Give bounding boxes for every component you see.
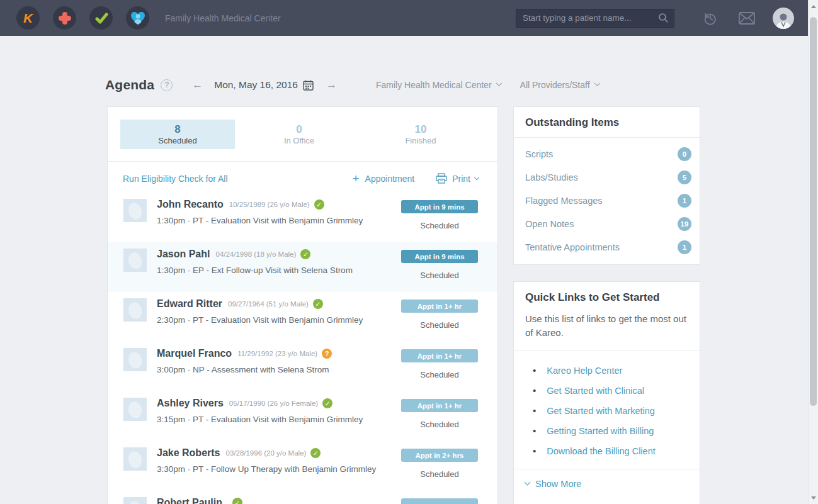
appointment-timer-button[interactable]: Appt in 1+ hr — [401, 300, 478, 313]
scrollbar-thumb[interactable] — [810, 17, 817, 406]
count-badge: 1 — [678, 194, 691, 208]
help-icon[interactable]: ? — [161, 79, 173, 91]
stat-label: Scheduled — [158, 136, 196, 145]
printer-icon — [436, 173, 447, 184]
appointment-details: 1:30pm · EP - Ext Follow-up Visit with S… — [157, 266, 353, 275]
appointment-row[interactable]: Robert Paulin — [108, 491, 497, 504]
appointment-list: John Recanto 10/25/1989 (26 y/o Male) 1:… — [108, 193, 497, 504]
appointment-status: Scheduled — [401, 271, 478, 280]
patient-name[interactable]: Marquel Franco — [157, 348, 232, 359]
patient-search[interactable] — [516, 9, 674, 28]
patient-avatar — [123, 497, 147, 504]
bullet-icon: • — [533, 425, 536, 436]
recent-history-icon[interactable] — [702, 10, 719, 26]
agenda-actions: Run Eligibility Check for All + Appointm… — [108, 162, 497, 193]
appointment-row[interactable]: Jake Roberts 03/28/1996 (20 y/o Male) 3:… — [108, 441, 497, 491]
next-day-arrow[interactable]: → — [326, 79, 337, 91]
stat-label: In Office — [284, 136, 314, 145]
insurance-status-icon — [322, 349, 332, 359]
chevron-down-icon — [594, 80, 600, 86]
patient-avatar — [123, 398, 147, 421]
add-appointment-button[interactable]: + Appointment — [352, 172, 414, 184]
outstanding-item[interactable]: Open Notes 19 — [514, 212, 700, 235]
appointment-timer-button[interactable] — [401, 498, 478, 504]
patient-dob: 04/24/1998 (18 y/o Male) — [215, 250, 296, 258]
quick-link-item[interactable]: • Getting Started with Billing — [514, 421, 700, 441]
outstanding-item[interactable]: Tentative Appointments 1 — [514, 235, 700, 259]
patient-dob: 05/17/1990 (26 y/o Female) — [229, 400, 318, 407]
appointment-timer-button[interactable]: Appt in 1+ hr — [401, 399, 478, 412]
patient-heart-icon[interactable] — [126, 6, 149, 30]
billing-check-icon[interactable] — [89, 6, 113, 30]
patient-dob: 09/27/1964 (51 y/o Male) — [228, 300, 309, 308]
stat-tab[interactable]: 10 Finished — [363, 120, 478, 149]
scrollbar-up-arrow[interactable] — [809, 1, 818, 11]
insurance-status-icon — [322, 398, 332, 408]
vertical-scrollbar[interactable] — [808, 0, 818, 504]
patient-avatar — [123, 298, 147, 322]
messages-icon[interactable] — [739, 10, 755, 26]
quick-link-item[interactable]: • Download the Billing Client — [514, 441, 700, 461]
agenda-card: 8 Scheduled 0 In Office 10 Finished Run … — [107, 106, 498, 504]
current-date[interactable]: Mon, May 16, 2016 — [214, 79, 298, 91]
page-title: Agenda — [105, 77, 154, 92]
run-eligibility-link[interactable]: Run Eligibility Check for All — [123, 174, 228, 184]
clinical-cross-icon[interactable] — [53, 6, 76, 30]
search-icon[interactable] — [658, 13, 669, 23]
patient-name[interactable]: Jason Pahl — [157, 249, 210, 260]
appointment-row[interactable]: John Recanto 10/25/1989 (26 y/o Male) 1:… — [108, 193, 497, 242]
appointment-timer-button[interactable]: Appt in 9 mins — [401, 250, 478, 263]
patient-name[interactable]: Robert Paulin — [157, 497, 222, 504]
calendar-icon[interactable] — [303, 80, 314, 91]
stat-label: Finished — [405, 136, 436, 145]
outstanding-items-title: Outstanding Items — [514, 107, 700, 138]
outstanding-item[interactable]: Labs/Studies 5 — [514, 165, 700, 189]
outstanding-item[interactable]: Scripts 0 — [514, 142, 700, 165]
appointment-status: Scheduled — [401, 320, 478, 330]
previous-day-arrow[interactable]: ← — [192, 79, 203, 91]
appointment-details: 2:30pm · PT - Evaluation Visit with Benj… — [157, 315, 363, 325]
quick-links-title: Quick Links to Get Started — [514, 282, 700, 304]
patient-name[interactable]: Jake Roberts — [157, 447, 220, 459]
kareo-logo-icon[interactable]: K — [16, 6, 40, 30]
bullet-icon: • — [533, 445, 536, 456]
quick-links-list: • Kareo Help Center • Get Started with C… — [514, 351, 700, 469]
count-badge: 19 — [678, 217, 691, 231]
print-dropdown[interactable]: Print — [436, 173, 479, 184]
appointment-timer-button[interactable]: Appt in 1+ hr — [401, 349, 478, 362]
appointment-row[interactable]: Jason Pahl 04/24/1998 (18 y/o Male) 1:30… — [108, 242, 497, 292]
agenda-header: Agenda ? ← Mon, May 16, 2016 → Family He… — [105, 75, 599, 95]
outstanding-item[interactable]: Flagged Messages 1 — [514, 189, 700, 212]
plus-icon: + — [352, 172, 359, 184]
appointment-timer-button[interactable]: Appt in 9 mins — [401, 200, 478, 213]
quick-link-item[interactable]: • Kareo Help Center — [514, 361, 700, 381]
practice-filter-label: Family Health Medical Center — [376, 80, 492, 90]
stat-tab[interactable]: 0 In Office — [242, 120, 356, 149]
quick-link-item[interactable]: • Get Started with Marketing — [514, 401, 700, 421]
practice-filter-dropdown[interactable]: Family Health Medical Center — [376, 80, 501, 90]
quick-links-intro: Use this list of links to get the most o… — [514, 304, 700, 351]
user-avatar[interactable] — [773, 8, 794, 29]
appointment-row[interactable]: Marquel Franco 11/29/1992 (23 y/o Male) … — [108, 342, 497, 391]
patient-search-input[interactable] — [523, 13, 658, 23]
show-more-toggle[interactable]: Show More — [514, 469, 700, 498]
chevron-down-icon — [525, 479, 531, 486]
patient-name[interactable]: John Recanto — [157, 199, 224, 210]
scrollbar-down-arrow[interactable] — [809, 493, 818, 503]
appointment-timer-button[interactable]: Appt in 2+ hrs — [401, 449, 478, 462]
patient-avatar — [123, 249, 147, 272]
count-badge: 5 — [678, 171, 691, 184]
patient-name[interactable]: Ashley Rivers — [157, 398, 224, 409]
appointment-status: Scheduled — [401, 420, 478, 429]
insurance-status-icon — [314, 199, 324, 210]
appointment-row[interactable]: Edward Ritter 09/27/1964 (51 y/o Male) 2… — [108, 292, 497, 342]
patient-name[interactable]: Edward Ritter — [157, 298, 222, 310]
quick-link-item[interactable]: • Get Started with Clinical — [514, 381, 700, 401]
appointment-row[interactable]: Ashley Rivers 05/17/1990 (26 y/o Female)… — [108, 391, 497, 441]
stat-tab[interactable]: 8 Scheduled — [120, 120, 235, 149]
quick-links-card: Quick Links to Get Started Use this list… — [513, 281, 700, 504]
outstanding-items-card: Outstanding Items Scripts 0 Labs/Studies… — [513, 106, 700, 265]
main-content: Agenda ? ← Mon, May 16, 2016 → Family He… — [0, 36, 808, 504]
provider-filter-dropdown[interactable]: All Providers/Staff — [520, 80, 599, 90]
patient-avatar — [123, 348, 147, 371]
